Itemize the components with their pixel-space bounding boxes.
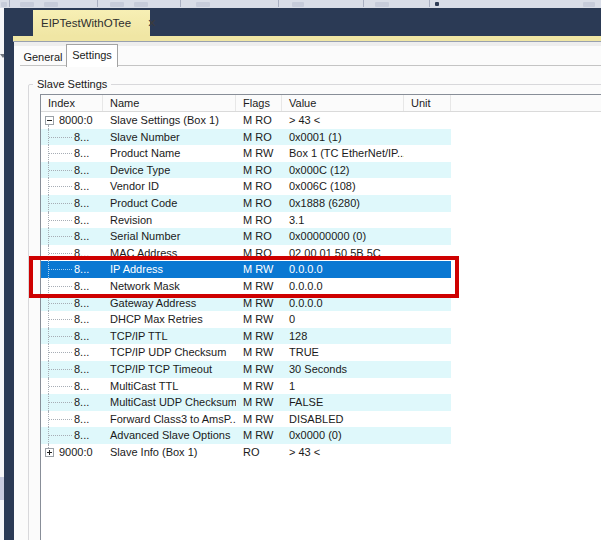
row-unit [404, 162, 451, 179]
row-flags: M RW [236, 427, 282, 444]
row-index: 8... [74, 278, 89, 295]
table-row[interactable]: 8... Serial Number M RO 0x00000000 (0) [41, 228, 451, 245]
row-name: Slave Settings (Box 1) [103, 112, 236, 129]
row-index: 8... [74, 328, 89, 345]
row-unit [404, 295, 451, 312]
row-unit [404, 378, 451, 395]
table-row[interactable]: 8... Slave Number M RO 0x0001 (1) [41, 129, 451, 146]
table-row[interactable]: 8... Revision M RO 3.1 [41, 212, 451, 229]
row-index-cell: 8... [41, 427, 103, 444]
table-row[interactable]: 8... Network Mask M RW 0.0.0.0 [41, 278, 451, 295]
close-icon[interactable]: ✕ [147, 18, 156, 28]
row-flags: M RW [236, 411, 282, 428]
tree-line [49, 170, 72, 171]
row-index: 8... [74, 245, 89, 262]
row-flags: M RW [236, 361, 282, 378]
row-index: 8... [74, 228, 89, 245]
row-flags: M RO [236, 212, 282, 229]
table-row[interactable]: 8... Forward Class3 to AmsP... M RW DISA… [41, 411, 451, 428]
row-unit [404, 228, 451, 245]
table-row[interactable]: 8... IP Address M RW 0.0.0.0 [41, 261, 451, 278]
tree-line [49, 319, 72, 320]
row-name: MultiCast TTL [103, 378, 236, 395]
toolbar-button-partial[interactable] [134, 2, 148, 7]
row-name: TCP/IP TTL [103, 328, 236, 345]
row-name: Slave Number [103, 129, 236, 146]
table-row[interactable]: 8... TCP/IP UDP Checksum M RW TRUE [41, 344, 451, 361]
tree-line [49, 303, 72, 304]
row-index-cell: 8... [41, 261, 103, 278]
table-row[interactable]: 8... Product Code M RO 0x1888 (6280) [41, 195, 451, 212]
row-value: FALSE [282, 394, 404, 411]
table-row[interactable]: 8... Vendor ID M RO 0x006C (108) [41, 178, 451, 195]
toolbar-separator [97, 0, 98, 7]
column-header-flags[interactable]: Flags [236, 95, 282, 111]
row-name: Vendor ID [103, 178, 236, 195]
row-value: 30 Seconds [282, 361, 404, 378]
row-flags: M RW [236, 394, 282, 411]
table-row[interactable]: 9000:0 Slave Info (Box 1) RO > 43 < [41, 444, 451, 461]
tree-line [49, 419, 72, 420]
row-flags: M RW [236, 261, 282, 278]
column-header-value[interactable]: Value [282, 95, 404, 111]
row-index: 8... [74, 344, 89, 361]
table-row[interactable]: 8... TCP/IP TCP Timeout M RW 30 Seconds [41, 361, 451, 378]
expand-icon[interactable] [45, 448, 54, 457]
document-tab[interactable]: EIPTestWithOTee ✕ [33, 10, 150, 36]
table-row[interactable]: 8... Device Type M RO 0x000C (12) [41, 162, 451, 179]
row-index-cell: 8... [41, 394, 103, 411]
table-row[interactable]: 8... Advanced Slave Options M RW 0x0000 … [41, 427, 451, 444]
table-row[interactable]: 8... Gateway Address M RW 0.0.0.0 [41, 295, 451, 312]
tree-line [49, 369, 72, 370]
tab-settings[interactable]: Settings [66, 44, 118, 67]
row-flags: M RW [236, 344, 282, 361]
toolbar-button-partial[interactable] [196, 2, 210, 7]
toolbar-button-partial[interactable] [20, 2, 34, 7]
row-value: > 43 < [282, 444, 404, 461]
toolbar-button-partial[interactable] [110, 2, 124, 7]
column-header-index[interactable]: Index [41, 95, 103, 111]
groupbox-label: Slave Settings [33, 78, 111, 90]
row-index: 8... [74, 411, 89, 428]
toolbar-button-partial[interactable] [375, 2, 389, 7]
toolbar-dropdown-dot[interactable] [435, 2, 439, 6]
toolbar-button-partial[interactable] [292, 2, 304, 7]
table-row[interactable]: 8... DHCP Max Retries M RW 0 [41, 311, 451, 328]
toolbar-button-partial[interactable] [44, 2, 58, 7]
tab-general[interactable]: General [20, 48, 66, 66]
row-value: > 43 < [282, 112, 404, 129]
row-index-cell: 8000:0 [41, 112, 103, 129]
row-name: Gateway Address [103, 295, 236, 312]
row-index-cell: 8... [41, 278, 103, 295]
table-row[interactable]: 8... MultiCast UDP Checksum M RW FALSE [41, 394, 451, 411]
table-row[interactable]: 8... Product Name M RW Box 1 (TC EtherNe… [41, 145, 451, 162]
row-name: IP Address [103, 261, 236, 278]
row-index-cell: 8... [41, 328, 103, 345]
table-row[interactable]: 8... MAC Address M RO 02 00 01 50 5B 5C [41, 245, 451, 262]
row-index-cell: 9000:0 [41, 444, 103, 461]
row-name: MultiCast UDP Checksum [103, 394, 236, 411]
toolbar-button-partial[interactable] [583, 2, 595, 7]
table-row[interactable]: 8... MultiCast TTL M RW 1 [41, 378, 451, 395]
tree-line [49, 203, 72, 204]
row-flags: M RW [236, 378, 282, 395]
toolbar-button-partial[interactable] [1, 2, 7, 7]
row-value: DISABLED [282, 411, 404, 428]
row-unit [404, 427, 451, 444]
row-index-cell: 8... [41, 162, 103, 179]
row-index: 9000:0 [59, 444, 93, 461]
row-name: Advanced Slave Options [103, 427, 236, 444]
row-index-cell: 8... [41, 212, 103, 229]
row-value: 0x006C (108) [282, 178, 404, 195]
column-header-name[interactable]: Name [103, 95, 236, 111]
table-row[interactable]: 8... TCP/IP TTL M RW 128 [41, 328, 451, 345]
collapse-icon[interactable] [45, 116, 54, 125]
row-unit [404, 129, 451, 146]
row-value: 0x1888 (6280) [282, 195, 404, 212]
tab-strip-underline [13, 36, 601, 42]
column-header-unit[interactable]: Unit [404, 95, 451, 111]
row-value: 02 00 01 50 5B 5C [282, 245, 404, 262]
row-unit [404, 195, 451, 212]
row-name: Product Code [103, 195, 236, 212]
table-row[interactable]: 8000:0 Slave Settings (Box 1) M RO > 43 … [41, 112, 451, 129]
